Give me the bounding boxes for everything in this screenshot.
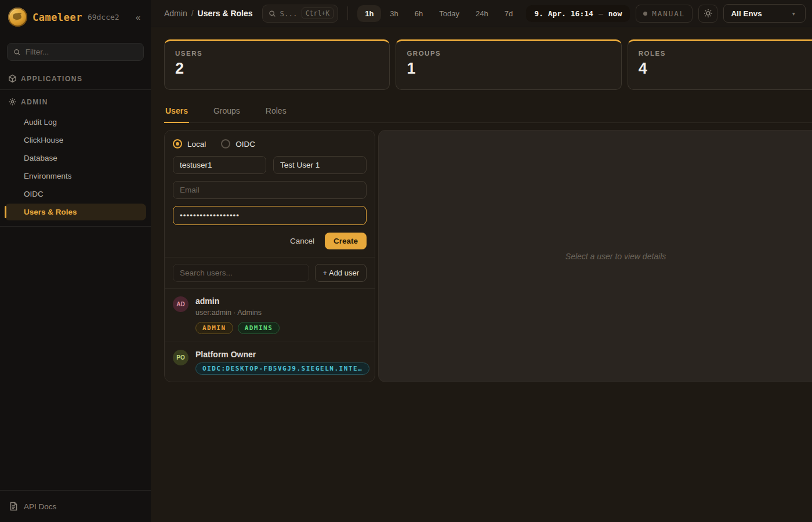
breadcrumb: Admin / Users & Roles [164, 9, 253, 18]
group-badge-admins: ADMINS [238, 322, 280, 334]
environment-selector[interactable]: All Envs ▾ [723, 4, 806, 23]
user-detail-panel: Select a user to view details [378, 130, 812, 382]
radio-label: OIDC [235, 140, 255, 148]
time-range-separator: — [599, 9, 603, 18]
content-area: USERS 2 GROUPS 1 ROLES 4 Users Groups Ro… [151, 27, 812, 382]
divider [0, 89, 151, 90]
user-list-panel: Local OIDC [164, 130, 375, 382]
empty-state-message: Select a user to view details [566, 252, 666, 261]
stat-value: 1 [407, 60, 610, 78]
sidebar-footer: API Docs [0, 490, 151, 522]
sidebar: Cameleer 69dcce2 « APPLICATIONS ADMIN Au… [0, 0, 151, 522]
search-icon [13, 48, 21, 56]
tab-roles[interactable]: Roles [264, 102, 288, 122]
breadcrumb-page: Users & Roles [198, 9, 253, 18]
time-range-display[interactable]: 9. Apr. 16:14 — now [526, 5, 630, 22]
refresh-mode-button[interactable]: MANUAL [636, 5, 693, 23]
divider [0, 226, 151, 227]
logo-row: Cameleer 69dcce2 « [0, 0, 151, 32]
cancel-button[interactable]: Cancel [290, 237, 314, 245]
search-users-input[interactable] [173, 264, 309, 282]
search-shortcut-kbd: Ctrl+K [302, 8, 334, 19]
stat-label: GROUPS [407, 50, 610, 57]
radio-oidc[interactable]: OIDC [221, 139, 255, 148]
sidebar-section-label: ADMIN [21, 98, 48, 106]
status-dot [643, 12, 647, 16]
time-range-7d[interactable]: 7d [497, 5, 520, 22]
sidebar-filter-input[interactable] [26, 48, 137, 56]
user-type-radios: Local OIDC [173, 139, 367, 148]
time-range-1h[interactable]: 1h [357, 5, 381, 22]
radio-dot-icon [221, 139, 230, 148]
tab-users[interactable]: Users [164, 102, 189, 123]
sidebar-item-users-roles[interactable]: Users & Roles [5, 204, 146, 220]
username-field[interactable] [173, 156, 266, 174]
sidebar-item-database[interactable]: Database [5, 150, 146, 166]
tab-groups[interactable]: Groups [212, 102, 241, 122]
breadcrumb-section[interactable]: Admin [164, 9, 187, 18]
user-list-toolbar: + Add user [165, 257, 375, 288]
refresh-mode-label: MANUAL [652, 9, 685, 18]
user-name: Platform Owner [195, 350, 367, 359]
user-name: admin [195, 296, 367, 306]
divider [347, 6, 348, 20]
chevron-down-icon: ▾ [792, 10, 795, 17]
time-range-end: now [608, 9, 622, 18]
create-button[interactable]: Create [325, 233, 367, 249]
stat-value: 2 [175, 60, 379, 78]
users-panel: Local OIDC [164, 130, 812, 382]
radio-label: Local [187, 140, 206, 148]
user-row-platform-owner[interactable]: PO Platform Owner OIDC:DESKTOP-FB5VGJ9.S… [165, 342, 375, 382]
stat-cards: USERS 2 GROUPS 1 ROLES 4 [164, 39, 812, 90]
global-search[interactable]: S... Ctrl+K [262, 5, 339, 23]
app-title: Cameleer [32, 12, 82, 23]
display-name-field[interactable] [273, 156, 367, 174]
user-row-admin[interactable]: AD admin user:admin · Admins ADMIN ADMIN… [165, 288, 375, 342]
main-area: Admin / Users & Roles S... Ctrl+K 1h 3h … [151, 0, 812, 522]
create-user-form: Local OIDC [165, 130, 375, 257]
sidebar-item-oidc[interactable]: OIDC [5, 186, 146, 202]
sidebar-item-environments[interactable]: Environments [5, 168, 146, 184]
search-icon [269, 10, 276, 17]
avatar: AD [173, 296, 188, 312]
user-subtitle: user:oidc:8evzqofluhld · no groups [195, 380, 367, 382]
time-range-start: 9. Apr. 16:14 [534, 9, 593, 18]
api-docs-link[interactable]: API Docs [24, 502, 56, 511]
package-icon [8, 74, 17, 83]
role-badge-admin: ADMIN [195, 322, 233, 334]
sidebar-section-admin[interactable]: ADMIN [0, 92, 151, 111]
admin-nav: Audit Log ClickHouse Database Environmen… [0, 111, 151, 225]
email-field[interactable] [173, 181, 367, 199]
app-root: Cameleer 69dcce2 « APPLICATIONS ADMIN Au… [0, 0, 812, 522]
breadcrumb-separator: / [191, 9, 194, 18]
sidebar-item-clickhouse[interactable]: ClickHouse [5, 132, 146, 148]
radio-local[interactable]: Local [173, 139, 206, 148]
top-bar: Admin / Users & Roles S... Ctrl+K 1h 3h … [151, 0, 812, 27]
sidebar-section-label: APPLICATIONS [21, 75, 82, 83]
theme-toggle-button[interactable] [698, 5, 717, 23]
stat-card-groups: GROUPS 1 [396, 39, 621, 90]
gear-icon [8, 97, 17, 106]
tab-bar: Users Groups Roles [164, 102, 812, 123]
document-icon [9, 502, 18, 511]
avatar: PO [173, 350, 188, 365]
add-user-button[interactable]: + Add user [315, 264, 367, 282]
password-field[interactable] [173, 206, 367, 225]
oidc-issuer-badge: OIDC:DESKTOP-FB5VGJ9.SIEGELN.INTERNAL [195, 362, 369, 375]
time-range-3h[interactable]: 3h [382, 5, 405, 22]
stat-label: USERS [175, 50, 379, 57]
app-logo-icon [8, 8, 27, 27]
sun-icon [704, 9, 713, 18]
time-range-today[interactable]: Today [432, 5, 467, 22]
sidebar-filter[interactable] [7, 43, 144, 61]
stat-label: ROLES [639, 50, 812, 57]
time-range-6h[interactable]: 6h [407, 5, 430, 22]
sidebar-collapse-button[interactable]: « [132, 11, 144, 23]
app-version: 69dcce2 [88, 13, 119, 21]
global-search-placeholder: S... [280, 9, 298, 18]
environment-value: All Envs [731, 9, 762, 18]
time-range-24h[interactable]: 24h [468, 5, 496, 22]
sidebar-section-applications[interactable]: APPLICATIONS [0, 69, 151, 88]
sidebar-item-audit-log[interactable]: Audit Log [5, 114, 146, 130]
radio-dot-icon [173, 139, 182, 148]
